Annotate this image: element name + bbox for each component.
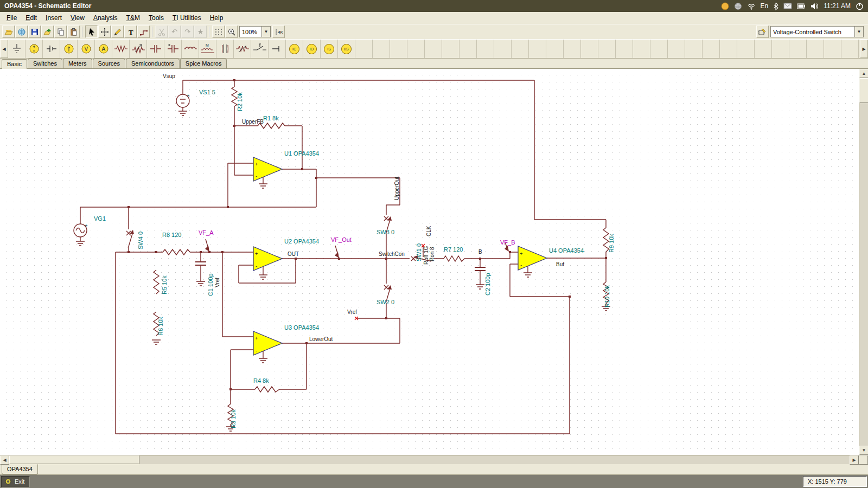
source-vs1[interactable]: + (176, 93, 190, 107)
scroll-up-button[interactable]: ▲ (859, 69, 868, 78)
schematic-label-ron-8[interactable]: Ron 8 (429, 247, 435, 261)
keyboard-layout-indicator[interactable]: En (761, 2, 769, 10)
menu-analysis[interactable]: Analysis (89, 12, 122, 23)
schematic-label-vsup[interactable]: Vsup (163, 73, 175, 79)
schematic-label-r9-10k[interactable]: R9 10k (608, 234, 615, 253)
mail-icon[interactable] (783, 3, 792, 9)
menu-ti-utilities[interactable]: TI Utilities (168, 12, 206, 23)
component-coupled-inductor[interactable]: M (199, 40, 216, 58)
schematic-label-sw1-0[interactable]: SW1 0 (416, 243, 422, 261)
pin-labels-button[interactable]: 4K (272, 25, 285, 38)
schematic-label-r8-120[interactable]: R8 120 (162, 232, 181, 238)
schematic-label-r10-10k[interactable]: R10 10k (604, 285, 610, 307)
schematic-label-switchcon[interactable]: SwitchCon (379, 251, 405, 257)
schematic-label-vf-out[interactable]: VF_Out (331, 236, 352, 243)
clock[interactable]: 11:21 AM (824, 2, 851, 10)
source-vg1[interactable]: + (74, 222, 88, 237)
scroll-down-button[interactable]: ▼ (859, 446, 868, 455)
schematic-label-r5-10k[interactable]: R5 10k (161, 275, 168, 294)
scroll-right-button[interactable]: ▶ (860, 40, 868, 58)
schematic-label-upperout[interactable]: UpperOut (394, 176, 400, 200)
capacitor-c2[interactable] (475, 267, 486, 271)
chevron-down-icon[interactable]: ▼ (261, 27, 270, 37)
menu-file[interactable]: File (2, 12, 21, 23)
select-tool-button[interactable] (85, 25, 98, 38)
component-potentiometer[interactable] (130, 40, 147, 58)
schematic-label-vs1-5[interactable]: VS1 5 (199, 89, 215, 95)
schematic-label-vref[interactable]: Vref (214, 278, 220, 287)
open-button[interactable] (2, 25, 15, 38)
opamp-u3[interactable]: +- (253, 331, 282, 355)
component-controlled-source-iis[interactable]: IIS (338, 40, 355, 58)
schematic-label-clk[interactable]: CLK (426, 226, 432, 236)
scroll-left-button[interactable]: ◀ (0, 40, 8, 58)
component-voltage-source[interactable] (25, 40, 43, 58)
schematic-label-vf-b[interactable]: VF_B (500, 239, 515, 246)
menu-insert[interactable]: Insert (41, 12, 66, 23)
open-from-web-button[interactable] (15, 25, 28, 38)
sheet-tab-opa4354[interactable]: OPA4354 (2, 464, 38, 474)
paste-button[interactable] (67, 25, 80, 38)
component-trimmer[interactable] (234, 40, 251, 58)
component-capacitor[interactable] (147, 40, 164, 58)
schematic-label-u3-opa4354[interactable]: U3 OPA4354 (284, 324, 319, 331)
tab-basic[interactable]: Basic (2, 59, 27, 69)
probe-vf-a[interactable] (205, 239, 209, 252)
component-inductor[interactable] (182, 40, 199, 58)
schematic-label-upperfb[interactable]: UpperFB (242, 119, 264, 125)
tray-app-icon[interactable] (721, 2, 729, 10)
zoom-tool-button[interactable] (225, 25, 238, 38)
schematic-label-u2-opa4354[interactable]: U2 OPA4354 (284, 238, 319, 245)
component-controlled-source-ic[interactable]: IC (286, 40, 303, 58)
battery-icon[interactable] (797, 3, 806, 9)
schematic-label-u4-opa4354[interactable]: U4 OPA4354 (549, 247, 584, 254)
menu-t-m[interactable]: T&M (122, 12, 144, 23)
wire-tool-button[interactable] (137, 25, 150, 38)
schematic-label-c2-100p[interactable]: C2 100p (484, 273, 491, 296)
component-ground[interactable] (8, 40, 25, 58)
schematic-canvas[interactable]: + + +- +- +- +- (0, 69, 859, 455)
schematic-label-sw2-0[interactable]: SW2 0 (376, 299, 394, 305)
schematic-label-r3-10k[interactable]: R3 10k (230, 409, 237, 428)
capacitor-c1[interactable] (195, 262, 206, 265)
move-tool-button[interactable] (98, 25, 111, 38)
component-current-source[interactable] (60, 40, 78, 58)
component-resistor[interactable] (112, 40, 130, 58)
menu-edit[interactable]: Edit (21, 12, 41, 23)
schematic-label-b[interactable]: B (478, 249, 482, 255)
schematic-label-vg1[interactable]: VG1 (94, 215, 106, 222)
copy-button[interactable] (54, 25, 67, 38)
opamp-u1[interactable]: +- (253, 157, 282, 181)
network-globe-icon[interactable] (734, 2, 742, 10)
schematic-label-lowerout[interactable]: LowerOut (309, 336, 333, 342)
exit-button[interactable]: Exit (1, 476, 30, 487)
edit-tool-button[interactable] (111, 25, 124, 38)
session-power-icon[interactable] (856, 2, 864, 10)
wifi-icon[interactable] (747, 2, 756, 10)
zoom-level-select[interactable]: 100% ▼ (239, 26, 271, 37)
component-controlled-source-is[interactable]: IS (321, 40, 338, 58)
menu-help[interactable]: Help (206, 12, 228, 23)
component-controlled-source-io[interactable]: IO (303, 40, 321, 58)
resistor-r8[interactable] (163, 249, 190, 255)
v-scrollbar[interactable]: ▲ ▼ (859, 69, 868, 455)
schematic-label-u1-opa4354[interactable]: U1 OPA4354 (284, 150, 319, 157)
schematic-label-r4-8k[interactable]: R4 8k (253, 377, 269, 384)
find-component-button[interactable] (756, 25, 769, 38)
component-select[interactable]: Voltage-Controlled Switch ▼ (770, 26, 864, 37)
schematic-label-buf[interactable]: Buf (556, 261, 564, 267)
component-polarized-capacitor[interactable] (164, 40, 182, 58)
opamp-u2[interactable]: +- (253, 247, 282, 271)
v-scroll-thumb[interactable] (859, 78, 868, 103)
schematic-label-vref[interactable]: Vref (347, 309, 357, 315)
component-ammeter[interactable]: A (95, 40, 112, 58)
grid-toggle-button[interactable] (212, 25, 225, 38)
opamp-u4[interactable]: +- (518, 246, 547, 270)
export-button[interactable] (41, 25, 54, 38)
chevron-down-icon[interactable]: ▼ (854, 27, 863, 37)
tab-semiconductors[interactable]: Semiconductors (126, 59, 180, 68)
scroll-right-button[interactable]: ▶ (850, 455, 859, 465)
menu-tools[interactable]: Tools (144, 12, 168, 23)
schematic-label-vf-a[interactable]: VF_A (199, 229, 214, 236)
schematic-label-r1-8k[interactable]: R1 8k (263, 115, 279, 121)
